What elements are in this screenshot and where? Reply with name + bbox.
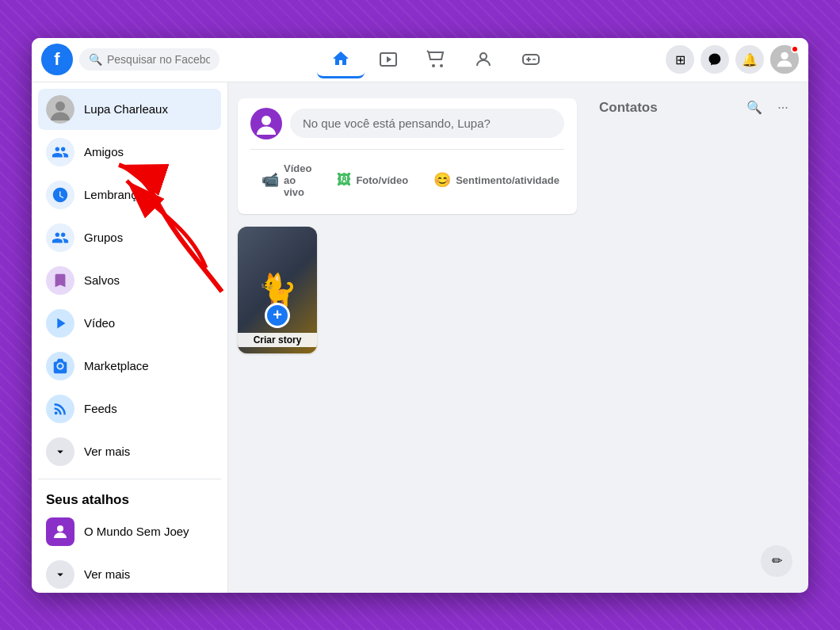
sidebar-shortcuts-see-more-label: Ver mais xyxy=(84,567,130,581)
nav-profile-button[interactable] xyxy=(460,40,507,78)
sidebar-user-name: Lupa Charleaux xyxy=(84,102,168,116)
right-panel: Contatos 🔍 ··· xyxy=(586,82,808,593)
nav-marketplace-button[interactable] xyxy=(412,40,460,78)
create-story-card[interactable]: + Criar story xyxy=(238,227,317,353)
contacts-search-button[interactable]: 🔍 xyxy=(742,95,767,120)
svg-point-8 xyxy=(262,116,271,125)
post-input[interactable]: No que você está pensando, Lupa? xyxy=(290,109,564,138)
create-post-top: No que você está pensando, Lupa? xyxy=(250,108,564,139)
feed: No que você está pensando, Lupa? 📹 Vídeo… xyxy=(228,82,586,593)
edit-button[interactable]: ✏ xyxy=(761,545,792,577)
user-profile-avatar-icon xyxy=(46,95,74,124)
nav-right: ⊞ 🔔 xyxy=(640,45,799,74)
shortcut-label: O Mundo Sem Joey xyxy=(84,525,189,538)
add-story-button[interactable]: + xyxy=(265,303,290,328)
create-story-label: Criar story xyxy=(238,333,317,347)
notifications-button[interactable]: 🔔 xyxy=(735,45,764,74)
chevron-down-icon xyxy=(46,437,74,466)
sidebar-groups-label: Grupos xyxy=(84,231,123,244)
contacts-title: Contatos xyxy=(599,100,658,116)
feeling-label: Sentimento/atividade xyxy=(456,174,559,186)
sidebar-item-friends[interactable]: Amigos xyxy=(38,132,221,173)
video-live-label: Vídeo ao vivo xyxy=(284,162,311,198)
sidebar-item-saved[interactable]: Salvos xyxy=(38,260,221,301)
sidebar-item-marketplace[interactable]: Marketplace xyxy=(38,346,221,387)
sidebar-divider xyxy=(38,479,221,479)
sidebar-see-more-label: Ver mais xyxy=(84,445,130,458)
photo-video-icon: 🖼 xyxy=(337,172,351,189)
saved-icon xyxy=(46,266,74,295)
svg-point-6 xyxy=(55,101,65,111)
nav-home-button[interactable] xyxy=(317,40,365,78)
feeling-icon: 😊 xyxy=(433,171,451,189)
grid-menu-button[interactable]: ⊞ xyxy=(666,45,694,74)
video-live-button[interactable]: 📹 Vídeo ao vivo xyxy=(250,156,323,204)
sidebar-item-video[interactable]: Vídeo xyxy=(38,303,221,344)
sidebar-item-memories[interactable]: Lembranças xyxy=(38,174,221,216)
memories-icon xyxy=(46,181,74,209)
search-input[interactable] xyxy=(107,53,210,66)
sidebar-marketplace-label: Marketplace xyxy=(84,359,149,372)
sidebar-item-groups[interactable]: Grupos xyxy=(38,217,221,258)
svg-point-2 xyxy=(480,53,487,59)
chevron-down-icon-2 xyxy=(46,560,74,589)
sidebar-saved-label: Salvos xyxy=(84,273,120,287)
feeds-icon xyxy=(46,395,74,423)
svg-point-4 xyxy=(781,52,788,59)
svg-marker-1 xyxy=(387,56,391,63)
marketplace-icon xyxy=(46,352,74,380)
sidebar-friends-label: Amigos xyxy=(84,145,124,158)
main-content: Lupa Charleaux Amigos Lembranças xyxy=(32,82,808,593)
nav-left: f 🔍 xyxy=(41,44,231,75)
create-post-actions: 📹 Vídeo ao vivo 🖼 Foto/vídeo 😊 Sentiment… xyxy=(250,149,564,204)
photo-video-label: Foto/vídeo xyxy=(356,174,408,186)
contacts-header: Contatos 🔍 ··· xyxy=(599,95,796,120)
contacts-actions: 🔍 ··· xyxy=(742,95,796,120)
nav-watch-button[interactable] xyxy=(365,40,412,78)
sidebar-video-label: Vídeo xyxy=(84,316,115,330)
sidebar-shortcut-mundo-sem-joey[interactable]: O Mundo Sem Joey xyxy=(38,511,221,552)
sidebar-item-feeds[interactable]: Feeds xyxy=(38,388,221,430)
sidebar-memories-label: Lembranças xyxy=(84,188,150,201)
sidebar: Lupa Charleaux Amigos Lembranças xyxy=(32,82,228,593)
notification-indicator xyxy=(791,45,799,53)
sidebar-feeds-label: Feeds xyxy=(84,402,117,415)
nav-center xyxy=(231,40,640,78)
shortcuts-title: Seus atalhos xyxy=(38,486,221,511)
svg-point-7 xyxy=(57,525,63,532)
shortcut-avatar-icon xyxy=(46,517,74,546)
nav-gaming-button[interactable] xyxy=(507,40,555,78)
sidebar-shortcuts-see-more-button[interactable]: Ver mais xyxy=(38,554,221,593)
account-button[interactable] xyxy=(770,45,799,74)
contacts-more-button[interactable]: ··· xyxy=(770,95,796,120)
stories-row: + Criar story xyxy=(238,227,577,353)
search-icon: 🔍 xyxy=(89,53,102,66)
sidebar-see-more-button[interactable]: Ver mais xyxy=(38,431,221,472)
video-live-icon: 📹 xyxy=(262,171,279,189)
video-icon xyxy=(46,309,74,338)
user-post-avatar xyxy=(250,108,282,139)
facebook-logo[interactable]: f xyxy=(41,44,73,75)
feeling-button[interactable]: 😊 Sentimento/atividade xyxy=(422,165,571,195)
top-navigation: f 🔍 xyxy=(32,38,808,82)
sidebar-item-user-profile[interactable]: Lupa Charleaux xyxy=(38,89,221,130)
create-post-box: No que você está pensando, Lupa? 📹 Vídeo… xyxy=(238,98,577,214)
messenger-button[interactable] xyxy=(701,45,729,74)
search-bar[interactable]: 🔍 xyxy=(79,48,220,71)
friends-icon xyxy=(46,138,74,166)
photo-video-button[interactable]: 🖼 Foto/vídeo xyxy=(326,166,419,195)
groups-icon xyxy=(46,223,74,252)
